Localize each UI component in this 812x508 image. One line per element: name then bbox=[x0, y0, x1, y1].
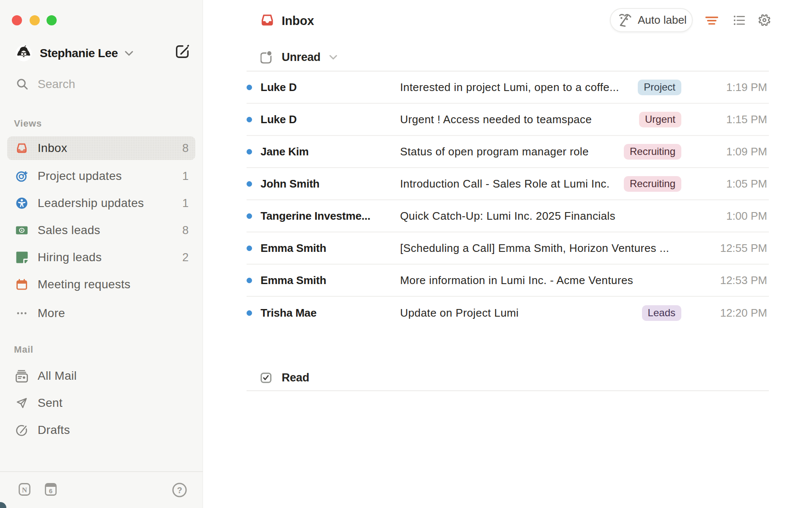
svg-text:6: 6 bbox=[49, 487, 52, 494]
svg-text:N: N bbox=[22, 486, 27, 494]
svg-text:?: ? bbox=[177, 486, 182, 495]
